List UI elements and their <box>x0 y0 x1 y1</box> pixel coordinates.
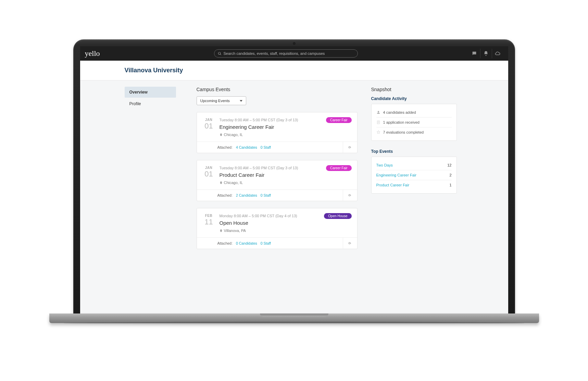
candidates-link[interactable]: 4 Candidates <box>236 145 257 149</box>
event-tag: Career Fair <box>326 117 352 123</box>
candidate-activity-panel: 4 candidates added 1 application receive… <box>371 104 457 141</box>
cloud-icon[interactable] <box>492 49 503 58</box>
activity-row: 7 evaluations completed <box>376 127 452 137</box>
top-event-link[interactable]: Two Days <box>376 163 393 167</box>
location-icon <box>220 181 223 185</box>
events-filter-label: Upcoming Events <box>200 99 230 103</box>
link-icon[interactable] <box>343 142 357 153</box>
sidebar: Overview Profile <box>125 87 176 312</box>
top-event-link[interactable]: Product Career Fair <box>376 183 410 187</box>
event-day: 01 <box>203 170 215 178</box>
event-title: Open House <box>220 220 351 226</box>
activity-text: 7 evaluations completed <box>383 130 424 134</box>
search-icon <box>218 52 222 56</box>
event-month: JAN <box>203 166 215 170</box>
messages-icon[interactable] <box>468 49 480 58</box>
event-tag: Career Fair <box>326 165 352 171</box>
activity-row: 4 candidates added <box>376 108 452 118</box>
location-icon <box>220 133 223 137</box>
page-header: Villanova University <box>80 61 508 81</box>
activity-text: 4 candidates added <box>383 110 416 114</box>
event-title: Engineering Career Fair <box>220 124 351 130</box>
attached-label: Attached: <box>217 145 233 149</box>
top-event-row: Two Days 12 <box>376 160 452 170</box>
search-input[interactable] <box>224 51 354 56</box>
location-icon <box>220 229 223 233</box>
snapshot-title: Snapshot <box>371 87 457 92</box>
top-events-panel: Two Days 12 Engineering Career Fair 2 Pr… <box>371 157 457 194</box>
page-title: Villanova University <box>125 67 508 74</box>
link-icon[interactable] <box>343 190 357 201</box>
attached-label: Attached: <box>217 241 233 245</box>
top-event-link[interactable]: Engineering Career Fair <box>376 173 416 177</box>
candidate-activity-title: Candidate Activity <box>371 96 457 101</box>
event-card[interactable]: JAN 01 Tuesday 8:00 AM – 5:00 PM CST (Da… <box>197 112 358 153</box>
staff-link[interactable]: 0 Staff <box>261 241 271 245</box>
brand-logo: yello <box>85 49 103 58</box>
event-title: Product Career Fair <box>220 172 351 178</box>
top-event-row: Product Career Fair 1 <box>376 180 452 190</box>
event-card[interactable]: JAN 01 Tuesday 8:00 AM – 5:00 PM CST (Da… <box>197 160 358 201</box>
notifications-icon[interactable] <box>480 49 492 58</box>
event-location-text: Villanova, PA <box>224 229 246 233</box>
event-tag: Open House <box>324 213 351 219</box>
chevron-down-icon <box>240 100 242 102</box>
top-event-count: 2 <box>449 173 451 177</box>
event-location-text: Chicago, IL <box>224 181 243 185</box>
activity-row: 1 application received <box>376 118 452 127</box>
document-icon <box>376 120 380 124</box>
candidates-link[interactable]: 0 Candidates <box>236 241 257 245</box>
candidates-link[interactable]: 2 Candidates <box>236 193 257 197</box>
event-month: JAN <box>203 118 215 122</box>
sidebar-item-profile[interactable]: Profile <box>125 98 176 109</box>
global-search[interactable] <box>214 49 358 58</box>
staff-link[interactable]: 0 Staff <box>261 145 271 149</box>
svg-point-0 <box>378 111 379 112</box>
activity-text: 1 application received <box>383 120 420 124</box>
events-filter-dropdown[interactable]: Upcoming Events <box>197 96 246 105</box>
staff-link[interactable]: 0 Staff <box>261 193 271 197</box>
event-month: FEB <box>203 214 215 218</box>
top-event-row: Engineering Career Fair 2 <box>376 170 452 180</box>
attached-label: Attached: <box>217 193 233 197</box>
event-day: 01 <box>203 122 215 130</box>
campus-events-title: Campus Events <box>197 87 358 92</box>
top-events-title: Top Events <box>371 149 457 154</box>
link-icon[interactable] <box>343 238 357 249</box>
star-icon <box>376 130 380 134</box>
person-icon <box>376 110 380 114</box>
top-event-count: 1 <box>449 183 451 187</box>
event-location-text: Chicago, IL <box>224 133 243 137</box>
topbar: yello <box>80 46 508 61</box>
top-event-count: 12 <box>447 163 451 167</box>
event-day: 11 <box>203 218 215 226</box>
event-card[interactable]: FEB 11 Monday 8:00 AM – 5:00 PM CST (Day… <box>197 208 358 249</box>
sidebar-item-overview[interactable]: Overview <box>125 87 176 98</box>
